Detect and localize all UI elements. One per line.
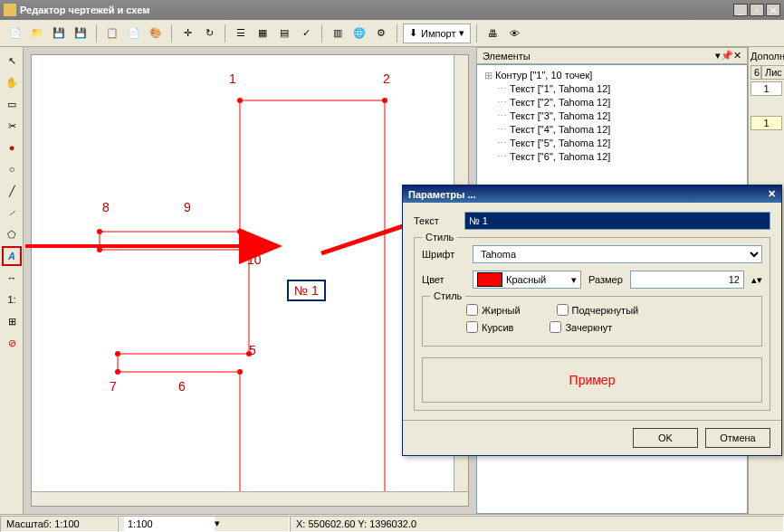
dialog-close-icon[interactable]: ✕ — [768, 188, 776, 200]
preview-icon[interactable]: 👁 — [504, 24, 524, 43]
window-titlebar: Редактор чертежей и схем _ ▫ ✕ — [0, 0, 784, 20]
extra-val2: 1 — [751, 116, 782, 130]
tree-item[interactable]: Текст ["2", Tahoma 12] — [481, 96, 743, 109]
polygon-tool[interactable]: ⬠ — [2, 224, 22, 244]
grid-tool[interactable]: ⊞ — [2, 311, 22, 331]
tree-item[interactable]: Текст ["5", Tahoma 12] — [481, 137, 743, 150]
cols-icon[interactable]: ▥ — [328, 24, 348, 43]
text-element-box[interactable]: № 1 — [287, 280, 326, 301]
color-select[interactable]: Красный ▾ — [473, 271, 581, 289]
point-label-9: 9 — [184, 200, 191, 214]
palette-icon[interactable]: 🎨 — [146, 24, 166, 43]
chevron-down-icon: ▾ — [568, 274, 580, 286]
scale-tool[interactable]: 1: — [2, 290, 22, 309]
color-swatch — [477, 272, 502, 287]
extra-val1: 1 — [751, 81, 782, 96]
size-input[interactable] — [630, 271, 744, 289]
paste-icon[interactable]: 📄 — [124, 24, 144, 43]
strike-checkbox[interactable] — [550, 321, 561, 333]
select-tool[interactable]: ▭ — [2, 94, 22, 114]
axes-icon[interactable]: ✛ — [177, 24, 197, 43]
print-icon[interactable]: 🖶 — [483, 24, 502, 43]
pointer-tool[interactable]: ↖ — [2, 51, 22, 71]
tree-item[interactable]: Текст ["6", Tahoma 12] — [481, 150, 743, 164]
import-icon: ⬇ — [409, 27, 417, 39]
text-field-label: Текст — [414, 215, 457, 226]
text-tool[interactable]: A — [2, 246, 22, 266]
svg-point-10 — [97, 229, 102, 234]
point-tool[interactable]: ● — [2, 138, 22, 157]
import-dropdown[interactable]: ⬇ Импорт ▾ — [403, 24, 471, 43]
italic-checkbox[interactable] — [466, 321, 478, 333]
delete-tool[interactable]: ⊘ — [2, 333, 22, 353]
chevron-down-icon[interactable]: ▾ — [215, 518, 220, 529]
bold-checkbox[interactable] — [466, 304, 478, 316]
new-icon[interactable]: 📄 — [5, 24, 25, 43]
maximize-button[interactable]: ▫ — [750, 4, 764, 16]
open-icon[interactable]: 📁 — [27, 24, 47, 43]
grid-icon[interactable]: ▦ — [253, 24, 272, 43]
point-label-2: 2 — [383, 71, 390, 86]
settings-icon[interactable]: ⚙ — [371, 24, 391, 43]
saveas-icon[interactable]: 💾 — [71, 24, 91, 43]
dimension-tool[interactable]: ↔ — [2, 268, 22, 288]
elements-panel-title: Элементы — [483, 51, 715, 62]
svg-point-9 — [97, 247, 102, 252]
color-value: Красный — [506, 274, 546, 285]
point-label-8: 8 — [102, 200, 110, 214]
elements-panel-header: Элементы ▾ 📌 ✕ — [476, 47, 748, 64]
cancel-button[interactable]: Отмена — [705, 428, 770, 448]
window-title: Редактор чертежей и схем — [20, 5, 733, 15]
globe-icon[interactable]: 🌐 — [349, 24, 369, 43]
color-label: Цвет — [422, 274, 465, 285]
svg-point-1 — [382, 98, 387, 103]
text-field[interactable] — [464, 212, 770, 230]
tree-item[interactable]: Текст ["3", Tahoma 12] — [481, 109, 743, 123]
tree-item[interactable]: Текст ["4", Tahoma 12] — [481, 123, 743, 137]
svg-point-4 — [237, 369, 243, 375]
point-label-5: 5 — [249, 343, 256, 357]
scale-input[interactable] — [124, 517, 215, 531]
tree-item[interactable]: Текст ["1", Tahoma 12] — [481, 82, 743, 96]
panel-close-icon[interactable]: ✕ — [733, 50, 741, 62]
layers-icon[interactable]: ▤ — [274, 24, 294, 43]
side-toolbar: ↖ ✋ ▭ ✂ ● ○ ╱ ⟋ ⬠ A ↔ 1: ⊞ ⊘ — [0, 47, 24, 514]
rotate-icon[interactable]: ↻ — [199, 24, 219, 43]
svg-point-6 — [115, 351, 120, 356]
font-select[interactable]: Tahoma — [473, 245, 762, 263]
copy-icon[interactable]: 📋 — [102, 24, 122, 43]
crop-tool[interactable]: ✂ — [2, 116, 22, 136]
list-icon[interactable]: ☰ — [231, 24, 251, 43]
underline-checkbox[interactable] — [557, 304, 569, 316]
preview-box: Пример — [422, 357, 762, 403]
underline-label: Подчеркнутый — [572, 305, 639, 316]
spinner-icon[interactable]: ▴▾ — [751, 274, 762, 286]
svg-point-0 — [237, 98, 243, 103]
point-label-7: 7 — [110, 379, 117, 394]
coords-label: X: 550602.60 Y: 1396032.0 — [290, 516, 784, 532]
extra-header: Дополни — [751, 51, 782, 62]
main-toolbar: 📄 📁 💾 💾 📋 📄 🎨 ✛ ↻ ☰ ▦ ▤ ✓ ▥ 🌐 ⚙ ⬇ Импорт… — [0, 20, 784, 47]
save-icon[interactable]: 💾 — [49, 24, 69, 43]
line-tool[interactable]: ╱ — [2, 181, 22, 201]
check-icon[interactable]: ✓ — [296, 24, 316, 43]
import-label: Импорт — [421, 28, 455, 39]
point-label-1: 1 — [229, 71, 236, 86]
circle-tool[interactable]: ○ — [2, 159, 22, 179]
close-button[interactable]: ✕ — [766, 4, 780, 16]
ok-button[interactable]: OK — [633, 428, 698, 448]
size-label: Размер — [588, 274, 623, 285]
scale-label: Масштаб: 1:100 — [0, 516, 118, 532]
minimize-button[interactable]: _ — [733, 4, 748, 16]
extra-col: Лис — [761, 65, 784, 80]
hand-tool[interactable]: ✋ — [2, 72, 22, 92]
horizontal-scrollbar[interactable] — [32, 491, 468, 506]
tree-item[interactable]: Контур ["1", 10 точек] — [481, 69, 743, 82]
dialog-titlebar[interactable]: Параметры ... ✕ — [403, 185, 781, 203]
panel-pin-icon[interactable]: 📌 — [721, 50, 733, 62]
polyline-tool[interactable]: ⟋ — [2, 203, 22, 223]
strike-label: Зачеркнут — [565, 322, 612, 333]
parameters-dialog: Параметры ... ✕ Текст Стиль Шрифт Tahoma… — [402, 185, 782, 456]
svg-point-11 — [237, 229, 243, 234]
app-icon — [4, 4, 16, 16]
